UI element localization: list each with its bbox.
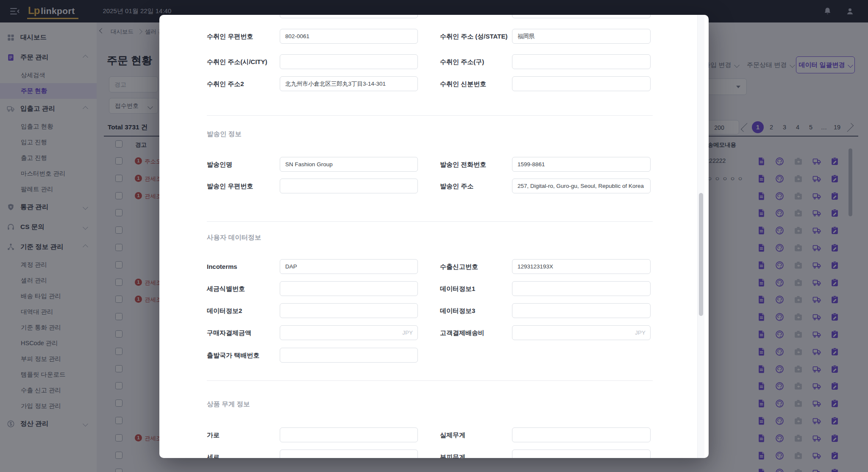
form-field-label-text: 출발국가 택배번호 (207, 351, 259, 360)
section-title: 상품 무게 정보 (207, 400, 250, 409)
form-field-label-text: 부피무게 (440, 453, 465, 458)
form-field-label-text: 발송인 주소 (440, 182, 473, 190)
section-divider (207, 380, 653, 381)
form-field-label: 세로 (207, 450, 277, 458)
form-field-label: 실제무게 (440, 427, 510, 442)
form-field-label: 세금식별번호 (207, 281, 277, 296)
form-field-label-text: 수취인 주소 (성/STATE) (440, 32, 507, 41)
form-field-label-text: 가로 (207, 431, 220, 439)
form-input[interactable] (512, 427, 651, 442)
section-title: 발송인 정보 (207, 130, 242, 139)
form-field-label: 수출신고번호 (440, 259, 510, 274)
order-detail-modal: 수취인 우편번호수취인 주소 (성/STATE)수취인 주소(시/CITY)수취… (159, 15, 709, 458)
form-input[interactable] (280, 54, 418, 69)
form-field-label: 고객결제배송비 (440, 325, 510, 340)
form-field-label-text: 발송인 전화번호 (440, 160, 486, 169)
form-input[interactable] (280, 348, 418, 363)
form-field-label: 수취인 주소2 (207, 76, 277, 91)
form-input[interactable] (512, 259, 651, 274)
form-input[interactable] (512, 450, 651, 458)
form-field-label-text: 발송인 우편번호 (207, 182, 253, 190)
form-field-label: 구매자결제금액 (207, 325, 277, 340)
form-input[interactable] (512, 76, 651, 91)
form-field-label-text: 수출신고번호 (440, 263, 478, 271)
form-field-label-text: 고객결제배송비 (440, 329, 484, 337)
form-field-label: 발송인 주소 (440, 179, 510, 193)
app-root: Lp linkport 2025년 01월 22일 14:40 대시보드주문 관… (0, 0, 868, 472)
form-field-label: 수취인 주소(구) (440, 54, 510, 69)
form-field-label-text: 수취인 주소(구) (440, 58, 484, 66)
form-field-label-text: 데이터정보3 (440, 307, 475, 315)
form-input[interactable] (280, 29, 418, 44)
modal-scrollbar-thumb[interactable] (699, 193, 703, 316)
form-input[interactable] (280, 303, 418, 318)
modal-scrollbar[interactable] (697, 15, 704, 458)
form-field-label-text: 수취인 우편번호 (207, 32, 253, 41)
form-input[interactable] (280, 179, 418, 193)
form-field-label-text: 수취인 주소(시/CITY) (207, 58, 267, 66)
form-field-label: 수취인 주소(시/CITY) (207, 54, 277, 69)
form-input[interactable] (280, 157, 418, 172)
form-field-label: 출발국가 택배번호 (207, 348, 277, 363)
section-divider (207, 115, 653, 116)
form-input[interactable] (512, 179, 651, 193)
form-field-label: 데이터정보3 (440, 303, 510, 318)
form-field-label: 가로 (207, 427, 277, 442)
form-input[interactable] (280, 427, 418, 442)
form-input-partial[interactable] (280, 15, 418, 18)
form-field-label-text: 데이터정보1 (440, 285, 475, 293)
form-field-label: 수취인 주소 (성/STATE) (440, 29, 510, 44)
form-field-label-text: 세금식별번호 (207, 285, 245, 293)
form-input[interactable] (512, 54, 651, 69)
form-input[interactable] (512, 29, 651, 44)
form-field-label: 데이터정보2 (207, 303, 277, 318)
form-field-label: 수취인 신분번호 (440, 76, 510, 91)
form-field-label: 수취인 우편번호 (207, 29, 277, 44)
form-input[interactable] (512, 281, 651, 296)
form-field-label: 데이터정보1 (440, 281, 510, 296)
form-field-label-text: 수취인 주소2 (207, 80, 244, 88)
section-title: 사용자 데이터정보 (207, 233, 261, 242)
form-field-label: 발송인 전화번호 (440, 157, 510, 172)
form-input[interactable] (280, 76, 418, 91)
form-field-label-text: 수취인 신분번호 (440, 80, 486, 88)
form-input[interactable] (512, 303, 651, 318)
section-divider (207, 221, 653, 222)
form-field-label: 발송인 우편번호 (207, 179, 277, 193)
form-field-label: Incoterms (207, 259, 277, 274)
form-field-label-text: Incoterms (207, 263, 237, 271)
form-field-label-text: 구매자결제금액 (207, 329, 251, 337)
form-field-label-text: 세로 (207, 453, 220, 458)
form-input[interactable] (280, 450, 418, 458)
form-field-label-text: 실제무게 (440, 431, 465, 439)
form-input[interactable] (280, 259, 418, 274)
form-field-label-text: 발송인명 (207, 160, 232, 169)
form-input[interactable] (512, 157, 651, 172)
currency-suffix: JPY (396, 325, 413, 340)
form-input-partial[interactable] (512, 15, 651, 18)
form-field-label-text: 데이터정보2 (207, 307, 242, 315)
form-field-label: 부피무게 (440, 450, 510, 458)
currency-suffix: JPY (629, 325, 645, 340)
form-field-label: 발송인명 (207, 157, 277, 172)
form-input[interactable] (280, 281, 418, 296)
